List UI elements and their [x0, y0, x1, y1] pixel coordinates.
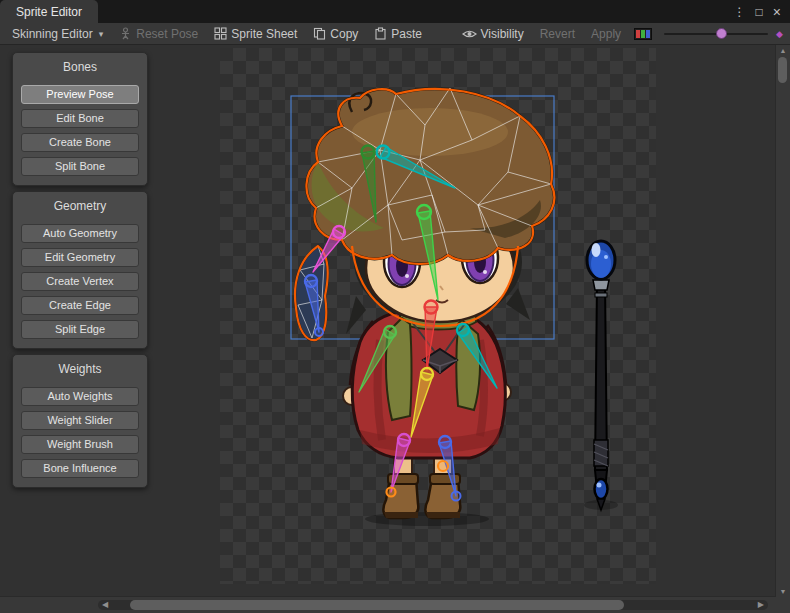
sprite-sheet-button[interactable]: Sprite Sheet — [207, 25, 304, 43]
create-bone-button[interactable]: Create Bone — [21, 133, 139, 152]
visibility-label: Visibility — [481, 27, 524, 41]
paste-label: Paste — [391, 27, 422, 41]
edit-bone-button[interactable]: Edit Bone — [21, 109, 139, 128]
copy-button[interactable]: Copy — [306, 25, 365, 43]
weight-brush-button[interactable]: Weight Brush — [21, 435, 139, 454]
panel-geometry: Geometry Auto Geometry Edit Geometry Cre… — [12, 191, 148, 349]
scroll-left-icon[interactable]: ◀ — [102, 600, 108, 610]
horizontal-scrollbar-thumb[interactable] — [130, 600, 624, 610]
reset-pose-button[interactable]: Reset Pose — [112, 25, 205, 43]
reset-pose-label: Reset Pose — [136, 27, 198, 41]
copy-label: Copy — [330, 27, 358, 41]
split-bone-button[interactable]: Split Bone — [21, 157, 139, 176]
rgb-icon — [634, 28, 652, 40]
visibility-icon — [462, 28, 477, 40]
apply-button[interactable]: Apply — [584, 25, 628, 43]
texture-transparency-checker — [220, 48, 656, 584]
auto-geometry-button[interactable]: Auto Geometry — [21, 224, 139, 243]
zoom-slider-thumb[interactable] — [716, 28, 727, 39]
vertical-scrollbar-thumb[interactable] — [778, 57, 787, 83]
scroll-up-icon[interactable]: ▲ — [776, 47, 790, 54]
slider-end-icon: ◆ — [776, 29, 783, 39]
mode-dropdown-label: Skinning Editor — [12, 27, 93, 41]
visibility-button[interactable]: Visibility — [455, 25, 531, 43]
vertical-scrollbar[interactable]: ▲ ▼ — [775, 45, 790, 597]
apply-label: Apply — [591, 27, 621, 41]
maximize-icon[interactable]: □ — [756, 6, 763, 18]
revert-button[interactable]: Revert — [533, 25, 582, 43]
panel-bones-title: Bones — [21, 58, 139, 80]
toolbar: Skinning Editor ▾ Reset Pose Sprite Shee… — [0, 23, 790, 45]
window-menu-icon[interactable]: ⋮ — [734, 6, 746, 18]
preview-pose-button[interactable]: Preview Pose — [21, 85, 139, 104]
sprite-sheet-label: Sprite Sheet — [231, 27, 297, 41]
reset-pose-icon — [119, 27, 132, 40]
scroll-right-icon[interactable]: ▶ — [758, 600, 764, 610]
window-controls: ⋮ □ × — [734, 0, 790, 23]
rgb-channels-button[interactable] — [630, 26, 656, 42]
edit-geometry-button[interactable]: Edit Geometry — [21, 248, 139, 267]
scroll-down-icon[interactable]: ▼ — [776, 588, 790, 595]
panel-bones: Bones Preview Pose Edit Bone Create Bone… — [12, 52, 148, 186]
revert-label: Revert — [540, 27, 575, 41]
create-vertex-button[interactable]: Create Vertex — [21, 272, 139, 291]
split-edge-button[interactable]: Split Edge — [21, 320, 139, 339]
panel-weights: Weights Auto Weights Weight Slider Weigh… — [12, 354, 148, 488]
chevron-down-icon: ▾ — [99, 29, 104, 39]
sprite-sheet-icon — [214, 27, 227, 40]
bone-influence-button[interactable]: Bone Influence — [21, 459, 139, 478]
scrollbar-corner — [776, 597, 790, 613]
zoom-slider[interactable] — [664, 26, 768, 42]
tab-title: Sprite Editor — [16, 5, 82, 19]
copy-icon — [313, 27, 326, 40]
horizontal-scrollbar[interactable]: ◀ ▶ — [0, 596, 776, 613]
mode-dropdown[interactable]: Skinning Editor ▾ — [5, 25, 110, 43]
paste-icon — [374, 27, 387, 40]
close-icon[interactable]: × — [773, 5, 781, 19]
panel-weights-title: Weights — [21, 360, 139, 382]
weight-slider-button[interactable]: Weight Slider — [21, 411, 139, 430]
create-edge-button[interactable]: Create Edge — [21, 296, 139, 315]
panel-geometry-title: Geometry — [21, 197, 139, 219]
horizontal-scrollbar-track[interactable] — [98, 600, 768, 610]
title-bar: Sprite Editor ⋮ □ × — [0, 0, 790, 23]
paste-button[interactable]: Paste — [367, 25, 429, 43]
sprite-editor-window: Sprite Editor ⋮ □ × Skinning Editor ▾ Re… — [0, 0, 790, 613]
tab-sprite-editor[interactable]: Sprite Editor — [0, 0, 98, 23]
auto-weights-button[interactable]: Auto Weights — [21, 387, 139, 406]
